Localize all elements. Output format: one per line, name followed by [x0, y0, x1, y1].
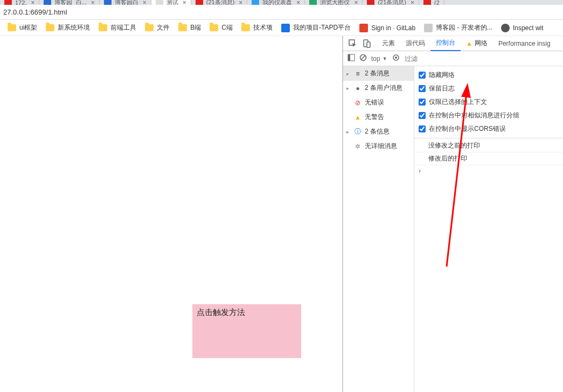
- chevron-right-icon: ▸: [346, 129, 351, 135]
- opt-group-similar[interactable]: 在控制台中对相似消息进行分组: [419, 109, 559, 122]
- inspect-element-icon[interactable]: [349, 39, 357, 48]
- warning-icon: ▲: [466, 40, 472, 47]
- bookmark-link[interactable]: Inspect wit: [498, 22, 547, 34]
- gitlab-icon: [359, 24, 368, 32]
- console-output: 没修改之前的打印 修改后的打印 ›: [414, 138, 563, 177]
- checkbox[interactable]: [419, 85, 426, 92]
- close-icon[interactable]: ×: [143, 0, 147, 5]
- checkbox[interactable]: [419, 112, 426, 119]
- url-text[interactable]: 27.0.0.1:6699/1.html: [2, 8, 67, 16]
- browser-tab-active[interactable]: 测试×: [151, 0, 191, 5]
- folder-icon: [210, 24, 218, 31]
- console-sidebar: ▸≡2 条消息 ▸●2 条用户消息 ⊘无错误 ▲无警告 ▸ⓘ2 条信息 ✲无详细…: [343, 66, 414, 392]
- close-icon[interactable]: ×: [183, 0, 186, 5]
- address-bar[interactable]: 27.0.0.1:6699/1.html: [0, 5, 563, 20]
- browser-tab[interactable]: (21条消息)×: [191, 0, 248, 5]
- console-settings: 隐藏网络 保留日志 仅限已选择的上下文 在控制台中对相似消息进行分组 在控制台中…: [414, 66, 563, 138]
- browser-tab[interactable]: 博客园_白...×: [39, 0, 99, 5]
- sidebar-item-user-messages[interactable]: ▸●2 条用户消息: [343, 81, 414, 95]
- tapd-icon: [281, 24, 290, 32]
- bookmark-folder[interactable]: 技术项: [238, 21, 276, 34]
- bookmark-link[interactable]: Sign in · GitLab: [356, 22, 419, 34]
- bookmarks-bar: ui框架 新系统环境 前端工具 文件 B端 C端 技术项 我的项目-TAPD平台…: [0, 20, 563, 36]
- sidebar-toggle-icon[interactable]: [347, 54, 355, 63]
- opt-selected-context[interactable]: 仅限已选择的上下文: [419, 95, 559, 109]
- bookmark-folder[interactable]: ui框架: [4, 21, 40, 34]
- console-filter-bar: top▼: [343, 51, 563, 66]
- tab-network[interactable]: ▲网络: [461, 36, 493, 51]
- trigger-box[interactable]: 点击触发方法: [192, 304, 301, 358]
- page-viewport: 点击触发方法: [0, 36, 343, 392]
- error-icon: ⊘: [354, 99, 362, 107]
- browser-tab[interactable]: (2: [419, 0, 444, 5]
- console-prompt[interactable]: ›: [414, 165, 563, 176]
- close-icon[interactable]: ×: [91, 0, 95, 5]
- folder-icon: [99, 24, 107, 31]
- browser-tab[interactable]: 浏览大图仪×: [305, 0, 363, 5]
- warning-icon: ▲: [354, 114, 362, 121]
- bookmark-folder[interactable]: 文件: [142, 21, 173, 34]
- opt-preserve-log[interactable]: 保留日志: [419, 82, 559, 95]
- browser-tab[interactable]: 博客园白×: [100, 0, 151, 5]
- checkbox[interactable]: [419, 125, 426, 132]
- console-log-line[interactable]: 修改后的打印: [414, 152, 563, 165]
- folder-icon: [178, 24, 187, 31]
- folder-icon: [8, 24, 16, 31]
- browser-tab[interactable]: (21条消息)×: [363, 0, 419, 5]
- svg-point-8: [395, 57, 397, 59]
- folder-icon: [241, 24, 250, 31]
- close-icon[interactable]: ×: [354, 0, 358, 5]
- bookmark-folder[interactable]: 新系统环境: [43, 21, 93, 34]
- tab-sources[interactable]: 源代码: [400, 36, 430, 51]
- devtools-tabs: 元素 源代码 控制台 ▲网络 Performance insig: [343, 36, 563, 51]
- bookmark-folder[interactable]: C端: [206, 21, 236, 34]
- close-icon[interactable]: ×: [296, 0, 300, 5]
- info-icon: ⓘ: [354, 127, 362, 136]
- user-icon: ●: [354, 85, 362, 92]
- svg-rect-4: [348, 54, 350, 61]
- bookmark-folder[interactable]: 前端工具: [95, 21, 140, 34]
- bookmark-link[interactable]: 我的项目-TAPD平台: [278, 21, 354, 34]
- svg-line-6: [361, 55, 365, 60]
- checkbox[interactable]: [419, 72, 426, 79]
- device-toggle-icon[interactable]: [363, 39, 371, 48]
- close-icon[interactable]: ×: [411, 0, 414, 5]
- bookmark-link[interactable]: 博客园 - 开发者的...: [421, 21, 496, 34]
- sidebar-item-errors[interactable]: ⊘无错误: [343, 95, 414, 110]
- inspect-icon: [501, 24, 510, 32]
- browser-tab[interactable]: 我的仪表盘×: [247, 0, 305, 5]
- live-expression-icon[interactable]: [392, 54, 400, 62]
- close-icon[interactable]: ×: [31, 0, 34, 5]
- cnblogs-icon: [424, 24, 433, 32]
- opt-show-cors[interactable]: 在控制台中显示CORS错误: [419, 122, 559, 136]
- sidebar-item-verbose[interactable]: ✲无详细消息: [343, 139, 414, 153]
- folder-icon: [46, 24, 54, 31]
- checkbox[interactable]: [419, 99, 426, 106]
- tab-performance[interactable]: Performance insig: [493, 36, 556, 51]
- filter-input[interactable]: [405, 55, 559, 62]
- console-main: 隐藏网络 保留日志 仅限已选择的上下文 在控制台中对相似消息进行分组 在控制台中…: [414, 66, 563, 392]
- svg-rect-2: [367, 42, 370, 47]
- chevron-right-icon: ▸: [346, 86, 351, 91]
- sidebar-item-warnings[interactable]: ▲无警告: [343, 110, 414, 124]
- devtools-panel: 元素 源代码 控制台 ▲网络 Performance insig top▼ ▸≡…: [343, 36, 563, 392]
- browser-tab-strip: 172.× 博客园_白...× 博客园白× 测试× (21条消息)× 我的仪表盘…: [0, 0, 563, 5]
- close-icon[interactable]: ×: [239, 0, 242, 5]
- chevron-right-icon: ▸: [346, 71, 351, 76]
- list-icon: ≡: [354, 70, 362, 78]
- tab-elements[interactable]: 元素: [377, 36, 400, 51]
- tab-console[interactable]: 控制台: [430, 36, 461, 51]
- gear-icon: ✲: [354, 143, 362, 150]
- folder-icon: [145, 24, 154, 31]
- sidebar-item-messages[interactable]: ▸≡2 条消息: [343, 66, 414, 81]
- clear-console-icon[interactable]: [359, 54, 367, 63]
- console-log-line[interactable]: 没修改之前的打印: [414, 139, 563, 152]
- sidebar-item-info[interactable]: ▸ⓘ2 条信息: [343, 124, 414, 139]
- opt-hide-network[interactable]: 隐藏网络: [419, 68, 559, 82]
- context-selector[interactable]: top▼: [371, 55, 387, 62]
- browser-tab[interactable]: 172.×: [0, 0, 39, 5]
- bookmark-folder[interactable]: B端: [175, 21, 204, 34]
